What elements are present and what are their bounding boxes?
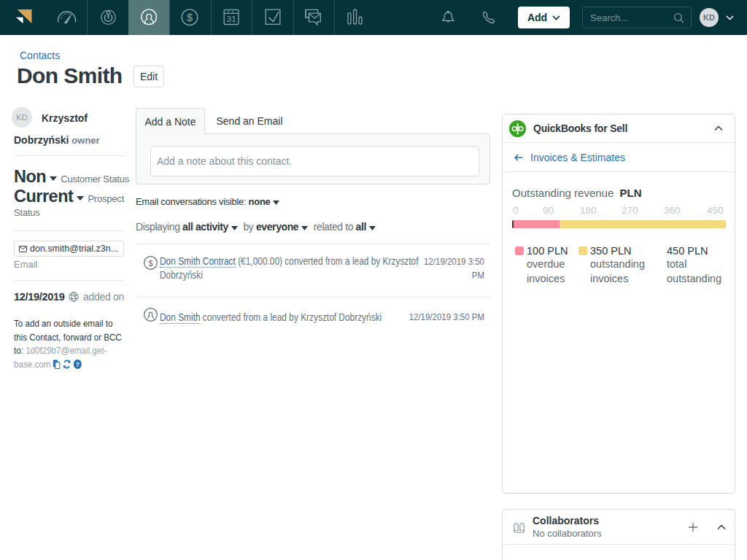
svg-text:31: 31 — [227, 15, 236, 23]
svg-text:$: $ — [148, 259, 152, 268]
svg-text:?: ? — [76, 360, 80, 368]
svg-text:$: $ — [187, 12, 193, 23]
